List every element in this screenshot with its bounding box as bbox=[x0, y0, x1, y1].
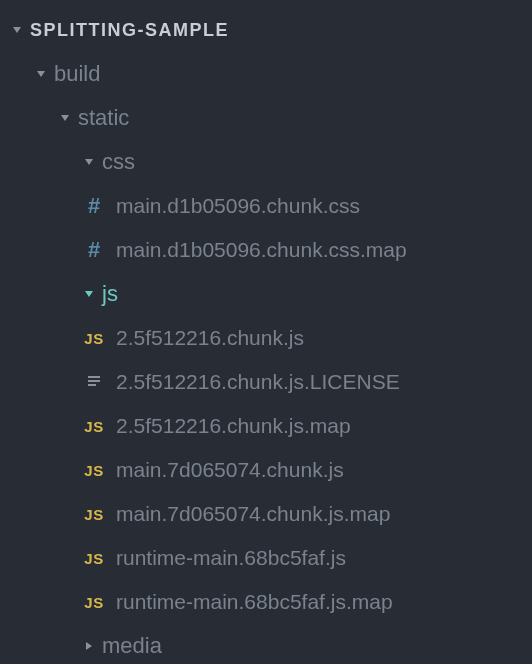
folder-css[interactable]: css bbox=[0, 140, 532, 184]
svg-rect-2 bbox=[88, 384, 96, 386]
folder-label: media bbox=[102, 633, 162, 659]
file-label: 2.5f512216.chunk.js bbox=[116, 326, 304, 350]
chevron-down-icon bbox=[34, 69, 48, 79]
folder-js[interactable]: js bbox=[0, 272, 532, 316]
file-label: 2.5f512216.chunk.js.map bbox=[116, 414, 351, 438]
file-label: main.d1b05096.chunk.css bbox=[116, 194, 360, 218]
css-file-icon: # bbox=[82, 237, 106, 263]
file-js-runtime[interactable]: JS runtime-main.68bc5faf.js bbox=[0, 536, 532, 580]
js-file-icon: JS bbox=[82, 462, 106, 479]
svg-rect-0 bbox=[88, 376, 100, 378]
chevron-down-icon bbox=[82, 157, 96, 167]
file-js-license[interactable]: 2.5f512216.chunk.js.LICENSE bbox=[0, 360, 532, 404]
folder-media[interactable]: media bbox=[0, 624, 532, 664]
file-js-main-chunk[interactable]: JS main.7d065074.chunk.js bbox=[0, 448, 532, 492]
folder-label: static bbox=[78, 105, 129, 131]
file-label: runtime-main.68bc5faf.js bbox=[116, 546, 346, 570]
root-folder[interactable]: SPLITTING-SAMPLE bbox=[0, 8, 532, 52]
file-js-chunk-2[interactable]: JS 2.5f512216.chunk.js bbox=[0, 316, 532, 360]
file-label: 2.5f512216.chunk.js.LICENSE bbox=[116, 370, 400, 394]
css-file-icon: # bbox=[82, 193, 106, 219]
folder-build[interactable]: build bbox=[0, 52, 532, 96]
file-label: main.d1b05096.chunk.css.map bbox=[116, 238, 407, 262]
folder-label: css bbox=[102, 149, 135, 175]
file-label: runtime-main.68bc5faf.js.map bbox=[116, 590, 393, 614]
file-css-map[interactable]: # main.d1b05096.chunk.css.map bbox=[0, 228, 532, 272]
file-label: main.7d065074.chunk.js bbox=[116, 458, 344, 482]
js-file-icon: JS bbox=[82, 418, 106, 435]
file-js-runtime-map[interactable]: JS runtime-main.68bc5faf.js.map bbox=[0, 580, 532, 624]
file-css-chunk[interactable]: # main.d1b05096.chunk.css bbox=[0, 184, 532, 228]
js-file-icon: JS bbox=[82, 594, 106, 611]
folder-label: build bbox=[54, 61, 100, 87]
folder-static[interactable]: static bbox=[0, 96, 532, 140]
js-file-icon: JS bbox=[82, 330, 106, 347]
svg-rect-1 bbox=[88, 380, 100, 382]
chevron-down-icon bbox=[82, 289, 96, 299]
chevron-right-icon bbox=[82, 641, 96, 651]
file-label: main.7d065074.chunk.js.map bbox=[116, 502, 390, 526]
chevron-down-icon bbox=[10, 25, 24, 35]
license-file-icon bbox=[82, 373, 106, 391]
file-js-main-chunk-map[interactable]: JS main.7d065074.chunk.js.map bbox=[0, 492, 532, 536]
file-js-chunk-2-map[interactable]: JS 2.5f512216.chunk.js.map bbox=[0, 404, 532, 448]
js-file-icon: JS bbox=[82, 550, 106, 567]
root-folder-label: SPLITTING-SAMPLE bbox=[30, 20, 229, 41]
js-file-icon: JS bbox=[82, 506, 106, 523]
folder-label: js bbox=[102, 281, 118, 307]
chevron-down-icon bbox=[58, 113, 72, 123]
